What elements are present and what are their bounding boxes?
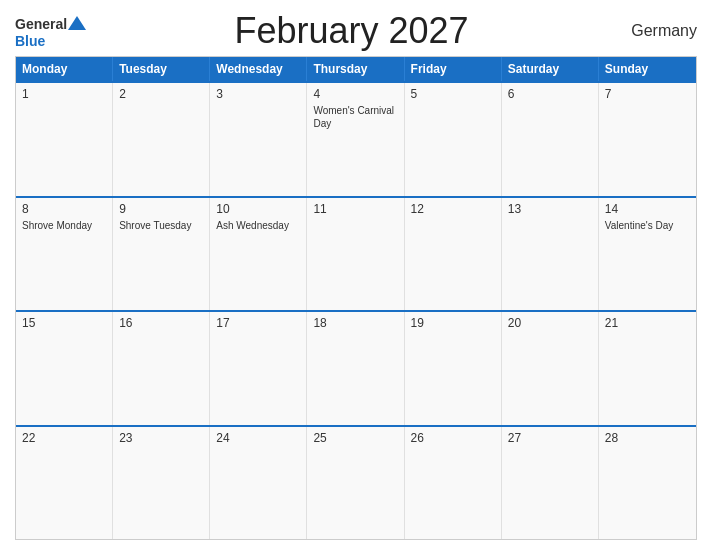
- day-27: 27: [502, 427, 599, 540]
- day-5: 5: [405, 83, 502, 196]
- logo: General Blue: [15, 14, 86, 48]
- header-friday: Friday: [405, 57, 502, 81]
- day-headers-row: Monday Tuesday Wednesday Thursday Friday…: [16, 57, 696, 81]
- logo-blue-text: Blue: [15, 34, 45, 48]
- day-11: 11: [307, 198, 404, 311]
- header-wednesday: Wednesday: [210, 57, 307, 81]
- day-2: 2: [113, 83, 210, 196]
- header-monday: Monday: [16, 57, 113, 81]
- day-7: 7: [599, 83, 696, 196]
- day-9: 9 Shrove Tuesday: [113, 198, 210, 311]
- day-17: 17: [210, 312, 307, 425]
- week-row-3: 15 16 17 18 19 20 21: [16, 310, 696, 425]
- country-label: Germany: [617, 22, 697, 40]
- day-1: 1: [16, 83, 113, 196]
- day-6: 6: [502, 83, 599, 196]
- week-row-2: 8 Shrove Monday 9 Shrove Tuesday 10 Ash …: [16, 196, 696, 311]
- day-12: 12: [405, 198, 502, 311]
- day-15: 15: [16, 312, 113, 425]
- day-21: 21: [599, 312, 696, 425]
- event-womens-carnival-day: Women's Carnival Day: [313, 104, 397, 130]
- day-8: 8 Shrove Monday: [16, 198, 113, 311]
- calendar-title: February 2027: [86, 10, 617, 52]
- weeks-container: 1 2 3 4 Women's Carnival Day 5 6 7 8 Shr…: [16, 81, 696, 539]
- day-13: 13: [502, 198, 599, 311]
- page: General Blue February 2027 Germany Monda…: [0, 0, 712, 550]
- day-24: 24: [210, 427, 307, 540]
- week-row-1: 1 2 3 4 Women's Carnival Day 5 6 7: [16, 81, 696, 196]
- day-22: 22: [16, 427, 113, 540]
- day-16: 16: [113, 312, 210, 425]
- header-sunday: Sunday: [599, 57, 696, 81]
- event-valentines-day: Valentine's Day: [605, 219, 690, 232]
- header-thursday: Thursday: [307, 57, 404, 81]
- header-saturday: Saturday: [502, 57, 599, 81]
- day-10: 10 Ash Wednesday: [210, 198, 307, 311]
- header-tuesday: Tuesday: [113, 57, 210, 81]
- week-row-4: 22 23 24 25 26 27 28: [16, 425, 696, 540]
- event-shrove-tuesday: Shrove Tuesday: [119, 219, 203, 232]
- svg-marker-0: [68, 16, 86, 30]
- day-18: 18: [307, 312, 404, 425]
- day-19: 19: [405, 312, 502, 425]
- day-14: 14 Valentine's Day: [599, 198, 696, 311]
- event-ash-wednesday: Ash Wednesday: [216, 219, 300, 232]
- day-4: 4 Women's Carnival Day: [307, 83, 404, 196]
- day-26: 26: [405, 427, 502, 540]
- calendar: Monday Tuesday Wednesday Thursday Friday…: [15, 56, 697, 540]
- day-3: 3: [210, 83, 307, 196]
- day-25: 25: [307, 427, 404, 540]
- logo-icon: [68, 14, 86, 32]
- logo-general-text: General: [15, 17, 67, 31]
- header: General Blue February 2027 Germany: [15, 10, 697, 52]
- event-shrove-monday: Shrove Monday: [22, 219, 106, 232]
- day-20: 20: [502, 312, 599, 425]
- day-23: 23: [113, 427, 210, 540]
- day-28: 28: [599, 427, 696, 540]
